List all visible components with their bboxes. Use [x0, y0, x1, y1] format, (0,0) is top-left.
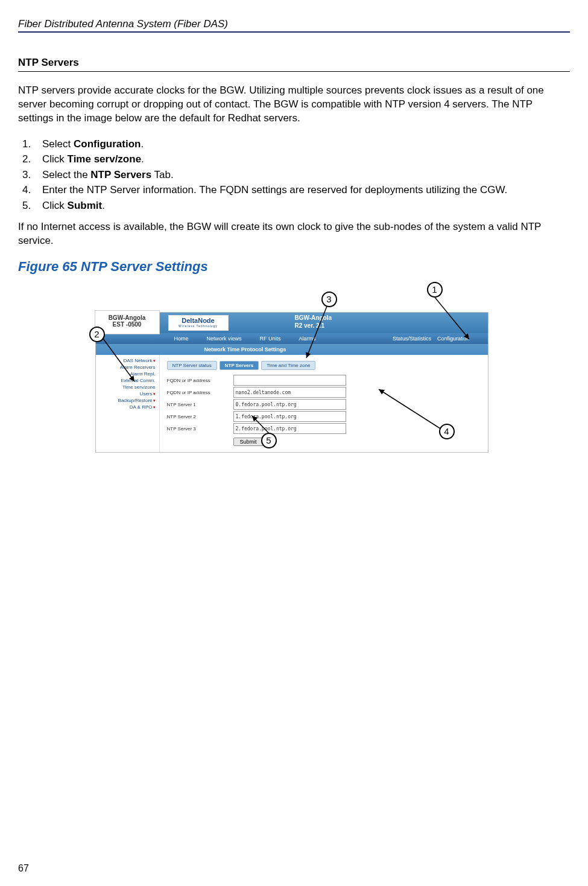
side-backup-restore[interactable]: Backup/Restore — [97, 397, 156, 404]
ss-logo: DeltaNode Wireless Technology — [168, 315, 229, 331]
nav-home[interactable]: Home — [174, 336, 189, 342]
fqdn1-input[interactable] — [233, 375, 346, 386]
page-number: 67 — [18, 863, 29, 874]
ss-nav: Home Network views RF Units Alarms Statu… — [96, 333, 488, 344]
nav-networkviews[interactable]: Network views — [207, 336, 242, 342]
tab-ntp-servers[interactable]: NTP Servers — [220, 361, 259, 370]
side-das-network[interactable]: DAS Network — [97, 357, 156, 364]
ntp2-input[interactable] — [233, 411, 346, 422]
callout-3: 3 — [321, 292, 337, 307]
side-users[interactable]: Users — [97, 390, 156, 397]
ntp3-label: NTP Server 3 — [167, 426, 233, 432]
callout-2: 2 — [89, 327, 105, 342]
ss-main: NTP Server status NTP Servers Time and T… — [160, 355, 488, 452]
callout-4: 4 — [439, 424, 455, 439]
step-4: Enter the NTP Server information. The FQ… — [34, 182, 570, 198]
nav-rfunits[interactable]: RF Units — [260, 336, 281, 342]
step-3: Select the NTP Servers Tab. — [34, 167, 570, 183]
ss-title: BGW-Angola R2 ver. 2.1 — [295, 314, 332, 330]
screenshot-mock: BGW-Angola EST -0500 DeltaNode Wireless … — [95, 312, 488, 453]
ss-topbar: BGW-Angola EST -0500 DeltaNode Wireless … — [96, 313, 488, 333]
side-alarm-repl[interactable]: Alarm Repl. — [97, 371, 156, 377]
page-header: Fiber Distributed Antenna System (Fiber … — [18, 18, 570, 33]
steps-list: Select Configuration. Click Time serv/zo… — [18, 136, 570, 214]
figure-container: BGW-Angola EST -0500 DeltaNode Wireless … — [83, 282, 505, 475]
intro-paragraph: NTP servers provide accurate clocks for … — [18, 84, 570, 126]
ntp1-label: NTP Server 1 — [167, 402, 233, 407]
outro-paragraph: If no Internet access is available, the … — [18, 220, 570, 248]
ss-tabs: NTP Server status NTP Servers Time and T… — [167, 361, 481, 370]
fqdn2-label: FQDN or IP address — [167, 390, 233, 395]
ntp2-label: NTP Server 2 — [167, 414, 233, 419]
ntp1-input[interactable] — [233, 399, 346, 410]
nav-configuration[interactable]: Configuration — [437, 336, 470, 342]
section-title: NTP Servers — [18, 57, 570, 72]
tab-ntp-server-status[interactable]: NTP Server status — [167, 361, 217, 370]
step-1: Select Configuration. — [34, 136, 570, 152]
fqdn2-input[interactable] — [233, 387, 346, 398]
step-2: Click Time serv/zone. — [34, 151, 570, 167]
side-alarm-receivers[interactable]: Alarm Receivers — [97, 364, 156, 371]
fqdn1-label: FQDN or IP address — [167, 378, 233, 383]
nav-status[interactable]: Status/Statistics — [393, 336, 431, 342]
ss-subbar: Network Time Protocol Settings — [96, 344, 488, 355]
step-5: Click Submit. — [34, 198, 570, 214]
ss-sidebar: DAS Network Alarm Receivers Alarm Repl. … — [96, 355, 160, 452]
side-external-comm[interactable]: External Comm. — [97, 377, 156, 384]
callout-1: 1 — [427, 282, 443, 298]
nav-alarms[interactable]: Alarms — [299, 336, 316, 342]
submit-button[interactable]: Submit — [233, 438, 264, 446]
callout-5: 5 — [261, 433, 277, 448]
figure-caption: Figure 65 NTP Server Settings — [18, 259, 570, 275]
side-da-rpo[interactable]: DA & RPO — [97, 404, 156, 410]
tab-time-zone[interactable]: Time and Time zone — [261, 361, 315, 370]
side-time-serv-zone[interactable]: Time serv/zone — [97, 384, 156, 390]
ntp3-input[interactable] — [233, 423, 346, 434]
